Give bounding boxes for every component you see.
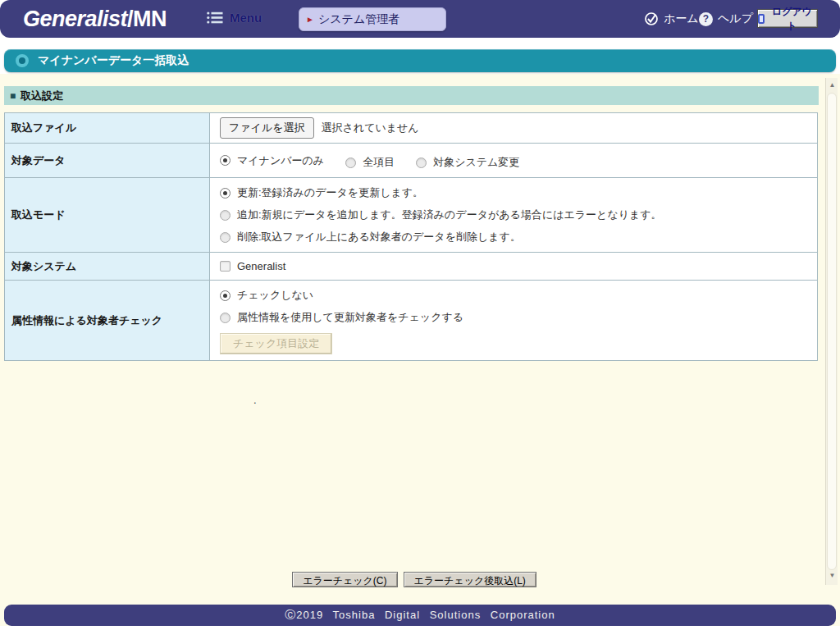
radio-option-mynumber-only[interactable]: マイナンバーのみ [220,153,324,168]
checkbox-label: Generalist [237,260,285,272]
check-item-settings-button[interactable]: チェック項目設定 [220,333,332,354]
radio-option-check-with-attributes[interactable]: 属性情報を使用して更新対象者をチェックする [220,310,812,325]
table-row-import-file: 取込ファイル ファイルを選択 選択されていません [5,113,818,144]
radio-selected-icon[interactable] [220,290,231,301]
scrollbar-thumb[interactable] [827,93,837,570]
table-row-target-system: 対象システム Generalist [5,253,818,281]
logo-brand-text: Generalist [23,7,127,31]
home-check-icon [644,11,659,26]
settings-table: 取込ファイル ファイルを選択 選択されていません 対象データ マイナンバーのみ [4,112,818,361]
radio-unselected-icon[interactable] [220,232,231,243]
row-label: 取込ファイル [5,113,210,144]
radio-option-update[interactable]: 更新:登録済みのデータを更新します。 [220,185,812,200]
row-label: 対象システム [5,253,210,281]
home-button[interactable]: ホーム [644,11,699,26]
file-select-button[interactable]: ファイルを選択 [220,117,314,139]
section-header: ■ 取込設定 [4,86,819,105]
option-label: 削除:取込ファイル上にある対象者のデータを削除します。 [237,230,521,244]
row-label: 属性情報による対象者チェック [5,281,210,361]
error-check-button[interactable]: エラーチェック(C) [292,572,397,587]
import-after-check-button[interactable]: エラーチェック後取込(L) [404,572,536,587]
copyright-text: Ⓒ2019 Toshiba Digital Solutions Corporat… [285,608,555,623]
vertical-scrollbar[interactable]: ▲ ▼ [825,78,838,585]
row-label: 対象データ [5,144,210,178]
logout-button[interactable]: ログアウト [757,9,818,28]
user-role-box[interactable]: ► システム管理者 [299,7,446,31]
radio-selected-icon[interactable] [220,188,231,199]
checkbox-unchecked-icon[interactable] [220,261,231,272]
radio-unselected-icon[interactable] [220,210,231,221]
home-label: ホーム [664,11,699,26]
radio-option-no-check[interactable]: チェックしない [220,288,812,303]
radio-unselected-icon[interactable] [220,313,231,323]
help-button[interactable]: ? ヘルプ [699,11,753,26]
help-icon: ? [699,12,713,26]
radio-selected-icon[interactable] [220,155,231,166]
app-logo: Generalist/MN [23,7,167,32]
option-label: マイナンバーのみ [237,153,324,168]
radio-unselected-icon[interactable] [416,158,427,168]
option-label: 更新:登録済みのデータを更新します。 [237,185,423,200]
radio-unselected-icon[interactable] [345,158,356,168]
logout-icon [758,14,765,24]
radio-option-delete[interactable]: 削除:取込ファイル上にある対象者のデータを削除します。 [220,230,812,244]
page-title: マイナンバーデータ一括取込 [38,53,189,68]
action-button-row: エラーチェック(C) エラーチェック後取込(L) [0,572,829,587]
bullseye-icon [16,54,29,67]
radio-option-target-system-change[interactable]: 対象システム変更 [416,155,519,170]
option-label: チェックしない [237,288,313,303]
scroll-up-icon[interactable]: ▲ [826,80,838,91]
table-row-target-data: 対象データ マイナンバーのみ 全項目 対象システム変更 [5,144,818,178]
table-row-attribute-check: 属性情報による対象者チェック チェックしない 属性情報を使用して更新対象者をチェ… [5,281,818,361]
app-header: Generalist/MN Menu ► システム管理者 ホーム ? ヘルプ [0,0,840,38]
logo-suffix-text: /MN [127,7,167,31]
hamburger-menu-icon [207,11,223,24]
table-row-import-mode: 取込モード 更新:登録済みのデータを更新します。 追加:新規にデータを追加します… [5,178,818,253]
file-input: ファイルを選択 選択されていません [220,117,812,139]
stray-dot: . [253,394,257,406]
menu-label: Menu [230,11,262,25]
checkbox-option-generalist[interactable]: Generalist [220,260,812,272]
option-label: 属性情報を使用して更新対象者をチェックする [237,310,463,325]
option-label: 追加:新規にデータを追加します。登録済みのデータがある場合にはエラーとなります。 [237,208,662,222]
app-window: Generalist/MN Menu ► システム管理者 ホーム ? ヘルプ [0,0,840,630]
file-status-text: 選択されていません [322,121,419,135]
page-titlebar: マイナンバーデータ一括取込 [4,49,836,72]
radio-option-all-items[interactable]: 全項目 [345,155,395,170]
option-label: 全項目 [363,155,395,170]
scroll-down-icon[interactable]: ▼ [826,570,838,582]
section-marker-icon: ■ [10,90,16,102]
footer-bar: Ⓒ2019 Toshiba Digital Solutions Corporat… [4,605,836,626]
help-label: ヘルプ [718,11,753,26]
radio-option-add[interactable]: 追加:新規にデータを追加します。登録済みのデータがある場合にはエラーとなります。 [220,208,812,222]
logout-label: ログアウト [767,5,817,33]
arrow-icon: ► [306,16,314,24]
user-role-label: システム管理者 [318,12,399,27]
section-title: 取込設定 [21,89,63,103]
menu-button[interactable]: Menu [207,11,262,25]
row-label: 取込モード [5,178,210,253]
option-label: 対象システム変更 [433,155,519,170]
